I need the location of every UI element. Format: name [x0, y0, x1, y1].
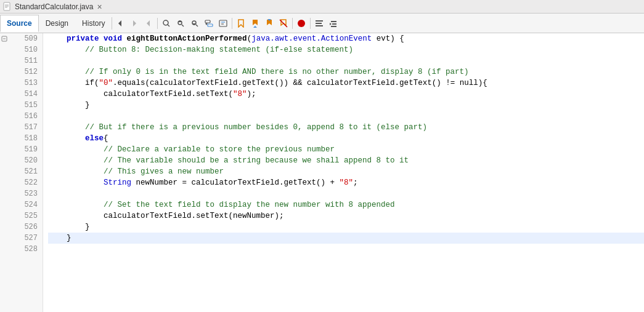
token: ); — [247, 89, 256, 100]
clearall-bookmarks-button[interactable] — [277, 17, 290, 30]
token: { — [104, 133, 108, 144]
gutter-row: 526 — [0, 222, 43, 233]
code-line: } — [48, 100, 644, 111]
fold-icon — [0, 123, 9, 132]
toggle-bookmark-icon — [237, 19, 245, 28]
svg-marker-5 — [133, 20, 136, 26]
findprev-button[interactable] — [174, 17, 187, 30]
gutter-row: 519 — [0, 144, 43, 155]
fold-icon — [0, 201, 9, 209]
code-line: calculatorTextField.setText("8"); — [48, 89, 644, 100]
close-tab-button[interactable]: × — [97, 2, 102, 12]
fold-icon — [0, 68, 9, 76]
code-line: String newNumber = calculatorTextField.g… — [48, 177, 644, 188]
gutter-row: 509 — [0, 33, 43, 44]
tab-source[interactable]: Source — [0, 15, 39, 32]
fold-icon — [0, 190, 9, 198]
toolbar-divider-4 — [310, 18, 311, 29]
token: ; — [353, 177, 358, 188]
tab-design[interactable]: Design — [39, 15, 75, 32]
line-number: 518 — [9, 134, 40, 143]
gutter-row: 512 — [0, 66, 43, 78]
svg-rect-16 — [208, 24, 213, 26]
line-number: 526 — [9, 223, 40, 231]
forward-icon — [130, 19, 139, 28]
fold-icon — [0, 90, 9, 98]
code-line — [48, 188, 644, 199]
toolbar-buttons — [113, 17, 340, 30]
token: // But if there is a previous number bes… — [85, 122, 427, 133]
line-number: 525 — [9, 212, 40, 220]
findnext-icon — [190, 19, 199, 28]
find-button[interactable] — [160, 17, 173, 30]
token: // Button 8: Decision-making statement (… — [85, 44, 353, 55]
line-number: 509 — [9, 34, 40, 43]
line-number: 523 — [9, 190, 40, 198]
token: else — [85, 133, 104, 144]
forward-button[interactable] — [128, 17, 141, 30]
token: .equals(calculatorTextField.getText()) &… — [113, 78, 487, 89]
token — [122, 33, 127, 44]
token: String — [104, 177, 131, 188]
token: newNumber = calculatorTextField.getText(… — [131, 177, 340, 188]
editor: 5095105115125135145155165175185195205215… — [0, 33, 644, 312]
line-number: 515 — [9, 101, 40, 110]
fold-icon — [0, 178, 9, 187]
nextbookmark-button[interactable] — [263, 17, 276, 30]
toggle-bookmark-button[interactable] — [234, 17, 248, 30]
token: java.awt.event.ActionEvent — [251, 33, 372, 44]
code-line: if("0".equals(calculatorTextField.getTex… — [48, 78, 644, 89]
svg-rect-35 — [331, 26, 336, 27]
indent-icon — [329, 19, 338, 28]
svg-marker-6 — [147, 20, 150, 26]
gutter-row: 522 — [0, 177, 43, 188]
back-icon — [116, 19, 124, 28]
token: } — [85, 222, 90, 233]
token: // If only 0 is in the text field AND th… — [85, 66, 469, 78]
gutter-row: 517 — [0, 122, 43, 133]
separator-btn1 — [142, 17, 155, 30]
svg-rect-34 — [332, 23, 336, 25]
svg-rect-33 — [331, 21, 336, 22]
replace-button[interactable] — [202, 17, 216, 30]
replacenext-button[interactable] — [216, 17, 230, 30]
indent-button[interactable] — [327, 17, 340, 30]
line-number: 512 — [9, 68, 40, 76]
tab-history[interactable]: History — [75, 15, 112, 32]
fold-icon — [0, 57, 9, 65]
fold-icon — [0, 145, 9, 154]
fold-icon — [0, 234, 9, 242]
fold-icon — [0, 212, 9, 220]
format-icon — [315, 19, 324, 28]
prevbookmark-button[interactable] — [248, 17, 262, 30]
code-line: } — [48, 233, 644, 244]
token: eightButtonActionPerformed — [127, 33, 247, 44]
title-bar: StandardCalculator.java × — [0, 0, 644, 14]
run-button[interactable] — [295, 17, 308, 30]
toolbar-divider-1 — [157, 18, 158, 29]
svg-marker-27 — [281, 20, 286, 25]
code-line: // This gives a new number — [48, 166, 644, 177]
code-editor[interactable]: private void eightButtonActionPerformed(… — [43, 33, 644, 312]
line-number: 521 — [9, 167, 40, 176]
svg-marker-18 — [205, 23, 208, 25]
run-icon — [297, 19, 306, 28]
token: "8" — [233, 89, 247, 100]
token: // Declare a variable to store the previ… — [104, 144, 335, 155]
code-line — [48, 55, 644, 66]
svg-rect-31 — [316, 23, 322, 24]
fold-icon[interactable] — [0, 34, 9, 43]
findnext-button[interactable] — [188, 17, 202, 30]
back-button[interactable] — [113, 17, 127, 30]
fold-icon — [0, 245, 9, 254]
format-button[interactable] — [312, 17, 326, 30]
token: // The variable should be a string becau… — [104, 155, 409, 166]
gutter-row: 515 — [0, 100, 43, 111]
gutter-row: 521 — [0, 166, 43, 177]
toolbar-tab-separator — [112, 17, 112, 30]
findprev-icon — [176, 19, 185, 28]
svg-marker-23 — [253, 20, 258, 25]
fold-icon — [0, 223, 9, 231]
toolbar: Source Design History — [0, 14, 644, 33]
gutter-row: 510 — [0, 44, 43, 55]
